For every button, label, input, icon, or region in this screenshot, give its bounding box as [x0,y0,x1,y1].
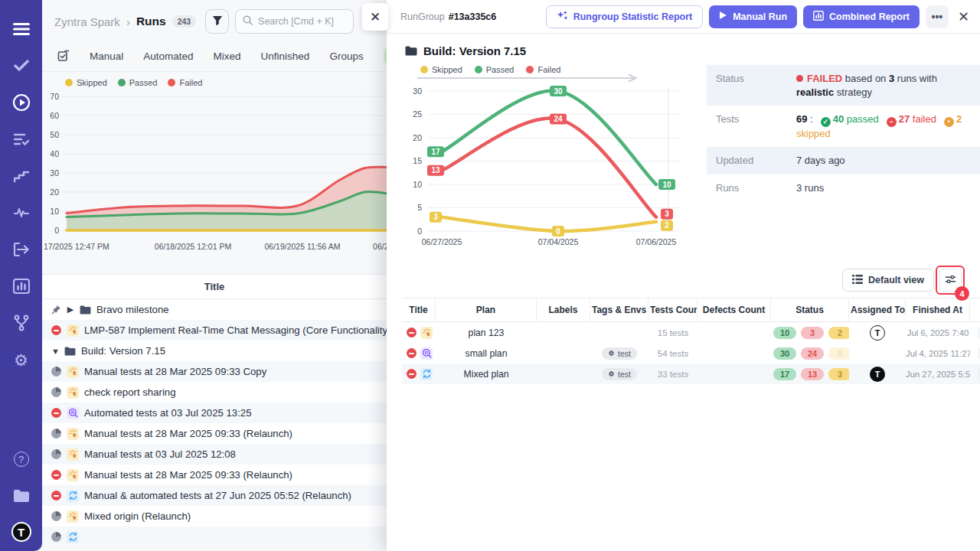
finished-at: Jun 27, 2025 5:5 [906,370,970,379]
search-box [235,9,354,34]
column-header-extra [970,298,980,321]
legend-item-passed[interactable]: Passed [118,78,158,87]
legend-item-skipped[interactable]: Skipped [65,78,107,87]
legend-item-skipped[interactable]: Skipped [420,65,462,74]
rungroup-run-row[interactable]: plan 12315 tests1032TJul 6, 2025 7:40 [402,322,980,343]
run-list-item[interactable]: LMP-587 Implement Real-Time Chat Messagi… [42,320,387,341]
svg-text:60: 60 [50,111,59,120]
rungroup-statistic-report-button[interactable]: Rungroup Statistic Report [546,5,704,28]
more-actions-button[interactable]: ••• [926,5,949,28]
bulk-select-icon[interactable] [57,50,70,62]
run-list-item[interactable]: Manual tests at 03 Jul 2025 12:08 [42,444,387,465]
breadcrumb-project[interactable]: Zyntra Spark [54,15,120,28]
help-icon[interactable]: ? [11,449,31,469]
rungroup-chart-x-axis: 06/27/202507/04/202507/06/2025 [405,236,690,249]
run-list-item[interactable]: Manual tests at 28 Mar 2025 09:33 (Relau… [42,423,387,444]
run-list-item[interactable]: Manual tests at 28 Mar 2025 09:33 (Relau… [42,465,387,485]
filter-button[interactable] [205,9,229,34]
runs-chart-x-axis: 17/2025 12:47 PM06/18/2025 12:01 PM06/19… [42,240,387,254]
column-header-title: Title [402,298,436,321]
run-list-item[interactable]: check report sharing [42,382,387,403]
drawer-close-icon[interactable]: ✕ [958,8,969,25]
passed-pill: 10 [773,327,796,339]
list-view-icon [852,275,863,286]
tests-count: 54 tests [648,349,697,358]
x-tick-label: 06/23/2025 5:52 P [373,242,387,251]
tab-automated[interactable]: Automated [143,51,193,62]
skipped-dot-icon: • [944,117,954,127]
svg-text:24: 24 [554,115,563,123]
manual-run-type-icon [67,448,79,461]
play-icon [719,11,727,22]
mixed-run-type-icon [67,490,79,502]
status-cell: 17133 [771,368,849,380]
run-list-item[interactable]: ▶Bravo milestone [42,299,387,320]
pin-icon[interactable] [51,305,61,315]
svg-text:2: 2 [665,221,669,230]
row-actions-cut[interactable] [978,328,979,338]
milestones-icon[interactable] [11,166,31,186]
legend-item-failed[interactable]: Failed [168,78,202,87]
caret-right-icon[interactable]: ▶ [67,305,74,315]
drawer-close-button[interactable]: ✕ [362,3,388,31]
svg-text:3: 3 [665,210,669,218]
manual-run-type-icon [67,428,79,440]
column-settings-button[interactable] [939,269,962,292]
manual-run-type-icon [67,469,79,481]
run-list-item[interactable]: Manual & automated tests at 27 Jun 2025 … [42,485,387,506]
tab-groups[interactable]: Groups [329,51,363,62]
app-root: ⚙ ? T Zyntra Spark › Runs 243 ManualAuto… [0,0,980,551]
import-icon[interactable] [11,240,31,259]
run-list-item[interactable]: Manual tests at 28 Mar 2025 09:33 Copy [42,361,387,382]
failed-status-icon [407,328,416,337]
runs-tabs: ManualAutomatedMixedUnfinishedGroupstest… [42,40,387,72]
combined-report-button[interactable]: Combined Report [803,5,920,28]
search-input[interactable] [258,16,342,27]
legend-item-failed[interactable]: Failed [526,65,560,74]
row-actions-cut[interactable] [978,369,979,380]
run-title: Build: Version 7.15 [81,345,165,357]
menu-icon[interactable] [11,19,31,39]
run-list-item[interactable] [42,527,387,547]
failed-minus-icon: − [887,117,897,127]
tests-count: 15 tests [648,328,697,337]
runs-history-chart: 010203040506070 [42,90,387,240]
legend-item-passed[interactable]: Passed [475,65,514,74]
default-view-button[interactable]: Default view [842,269,934,292]
pending-status-icon [51,429,61,439]
sliders-icon [945,274,956,287]
tab-manual[interactable]: Manual [90,51,123,62]
branching-icon[interactable] [11,313,31,333]
run-list-item[interactable]: Mixed origin (Relaunch) [42,506,387,527]
finished-at: Jul 4, 2025 11:27 [906,349,970,358]
runs-chart-legend: SkippedPassedFailed [42,72,387,90]
svg-text:20: 20 [413,133,422,142]
rungroup-run-row[interactable]: Rsmall plantest54 tests30240Jul 4, 2025 … [402,343,980,364]
run-list-item[interactable]: RAutomated tests at 03 Jul 2025 13:25 [42,403,387,423]
tests-count: 33 tests [648,370,697,379]
runs-icon[interactable] [11,93,31,112]
skipped-pill: 3 [828,368,849,380]
legend-dot-icon [65,79,73,86]
settings-icon[interactable]: ⚙ [11,350,31,370]
test-plans-icon[interactable] [11,129,31,149]
manual-run-button[interactable]: Manual Run [709,5,797,28]
rungroup-run-row[interactable]: Mixed plantest33 tests17133TJun 27, 2025… [402,364,980,384]
tab-mixed[interactable]: Mixed [214,51,241,62]
tab-unfinished[interactable]: Unfinished [261,51,310,62]
runs-list-title-header: Title [42,275,387,299]
build-title: Build: Version 7.15 [405,44,980,57]
caret-down-icon[interactable]: ▼ [51,347,59,356]
run-list-item[interactable]: ▼Build: Version 7.15 [42,341,387,361]
tests-icon[interactable] [11,56,31,76]
summary-updated-row: Updated 7 days ago [707,147,980,174]
pulse-icon[interactable] [11,203,31,223]
pending-status-icon [51,449,61,459]
run-title: Manual tests at 03 Jul 2025 12:08 [84,448,236,460]
tag-chip: test [602,368,637,380]
user-avatar[interactable]: T [11,522,31,542]
row-actions-cut[interactable] [978,348,979,359]
analytics-icon[interactable] [11,276,31,296]
pending-status-icon [51,387,61,397]
projects-folder-icon[interactable] [11,486,31,506]
